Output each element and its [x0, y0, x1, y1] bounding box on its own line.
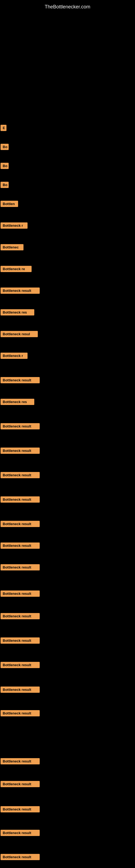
bottleneck-result-item[interactable]: Bottlenec — [1, 244, 24, 250]
bottleneck-result-item[interactable]: Bottleneck res — [1, 399, 34, 405]
bottleneck-result-item[interactable]: Bottleneck result — [1, 377, 40, 383]
bottleneck-result-item[interactable]: Bottleneck result — [1, 758, 40, 764]
bottleneck-result-item[interactable]: Bottleneck result — [1, 423, 40, 429]
bottleneck-result-item[interactable]: Bottleneck result — [1, 806, 40, 812]
bottleneck-result-item[interactable]: Bottleneck result — [1, 590, 40, 597]
bottleneck-result-item[interactable]: Bottleneck result — [1, 496, 40, 503]
bottleneck-result-item[interactable]: Bottleneck result — [1, 830, 40, 836]
bottleneck-result-item[interactable]: Bottleneck result — [1, 613, 40, 619]
bottleneck-result-item[interactable]: Bottleneck result — [1, 521, 40, 527]
bottleneck-result-item[interactable]: Bottleneck re — [1, 266, 32, 272]
bottleneck-result-item[interactable]: Bottleneck result — [1, 564, 40, 570]
bottleneck-result-item[interactable]: Bottleneck result — [1, 662, 40, 668]
bottleneck-result-item[interactable]: Bottleneck result — [1, 447, 40, 454]
bottleneck-result-item[interactable]: Bottleneck result — [1, 686, 40, 693]
bottleneck-result-item[interactable]: Bottleneck result — [1, 542, 40, 549]
site-title: TheBottlenecker.com — [0, 1, 135, 12]
bottleneck-result-item[interactable]: Bottlen — [1, 201, 18, 207]
bottleneck-result-item[interactable]: Bottleneck r — [1, 352, 28, 359]
bottleneck-result-item[interactable]: Bo — [1, 182, 9, 188]
bottleneck-result-item[interactable]: Bottleneck result — [1, 854, 40, 860]
bottleneck-result-item[interactable]: Bottleneck result — [1, 781, 40, 787]
bottleneck-result-item[interactable]: Bo — [1, 144, 9, 150]
bottleneck-result-item[interactable]: Bottleneck result — [1, 472, 40, 478]
bottleneck-result-item[interactable]: Bottleneck result — [1, 710, 40, 716]
bottleneck-result-item[interactable]: Bottleneck res — [1, 309, 34, 315]
bottleneck-result-item[interactable]: Bo — [1, 163, 9, 169]
bottleneck-result-item[interactable]: Bottleneck result — [1, 638, 40, 644]
bottleneck-result-item[interactable]: Bottleneck r — [1, 222, 28, 229]
bottleneck-result-item[interactable]: Bottleneck resul — [1, 331, 38, 337]
bottleneck-result-item[interactable]: E — [1, 125, 6, 131]
bottleneck-result-item[interactable]: Bottleneck result — [1, 287, 40, 294]
